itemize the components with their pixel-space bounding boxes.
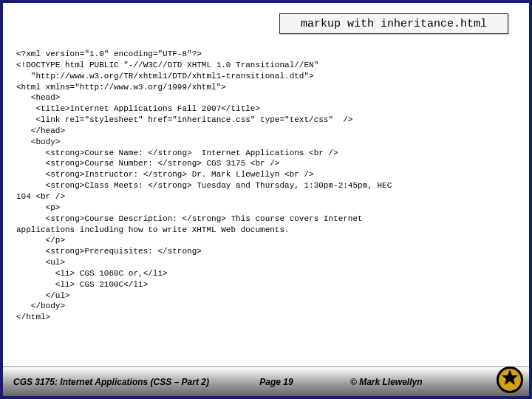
filename-text: markup with inheritance.html <box>301 18 487 30</box>
slide-footer: CGS 3175: Internet Applications (CSS – P… <box>3 366 529 396</box>
footer-page: Page 19 <box>225 377 328 387</box>
ucf-logo-icon <box>495 365 525 395</box>
slide-container: markup with inheritance.html <?xml versi… <box>0 0 532 399</box>
footer-course: CGS 3175: Internet Applications (CSS – P… <box>3 377 225 387</box>
filename-box: markup with inheritance.html <box>279 13 508 34</box>
code-listing: <?xml version="1.0" encoding="UTF-8"?> <… <box>16 49 516 323</box>
